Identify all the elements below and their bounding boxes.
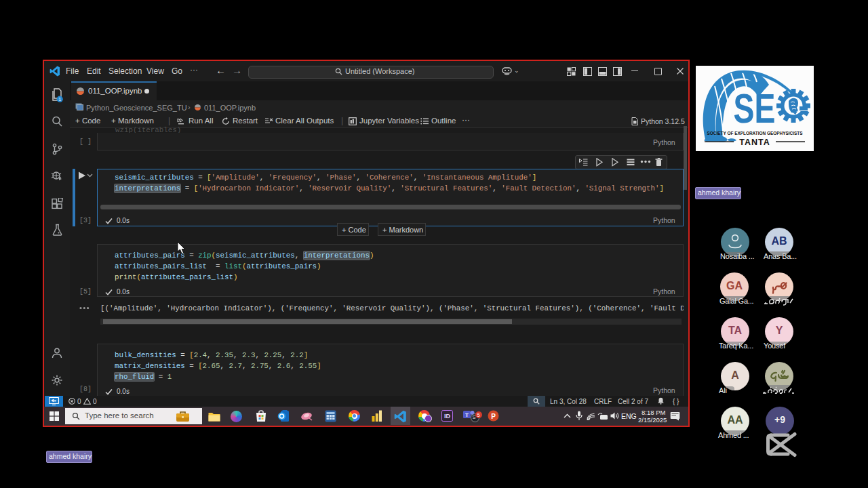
svg-text:ID: ID	[444, 413, 451, 420]
svg-text:SOCIETY OF EXPLORATION GEOPHYS: SOCIETY OF EXPLORATION GEOPHYSICISTS	[707, 130, 803, 136]
svg-text:1: 1	[58, 97, 61, 102]
svg-text:T: T	[465, 412, 469, 418]
svg-text:SE: SE	[733, 85, 775, 131]
svg-text:TANTA: TANTA	[739, 138, 770, 147]
svg-text:P: P	[491, 413, 496, 420]
